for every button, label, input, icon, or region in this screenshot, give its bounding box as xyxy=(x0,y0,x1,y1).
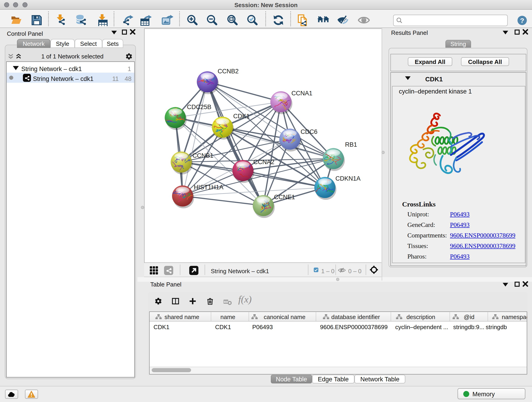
svg-text:CDC25B: CDC25B xyxy=(187,104,211,110)
svg-text:HIST1H1A: HIST1H1A xyxy=(194,184,223,191)
svg-text:CDKN1A: CDKN1A xyxy=(336,175,361,182)
svg-text:CCNA2: CCNA2 xyxy=(253,159,274,166)
svg-text:?: ? xyxy=(520,17,524,24)
svg-text:CCNB2: CCNB2 xyxy=(218,68,239,75)
svg-text:CCNB1: CCNB1 xyxy=(192,152,214,159)
svg-text:CDK1: CDK1 xyxy=(233,113,250,120)
svg-text:RB1: RB1 xyxy=(345,141,357,148)
svg-text:CCNE1: CCNE1 xyxy=(274,194,295,201)
svg-text:CCNA1: CCNA1 xyxy=(291,90,312,97)
svg-text:CDC6: CDC6 xyxy=(301,128,317,135)
